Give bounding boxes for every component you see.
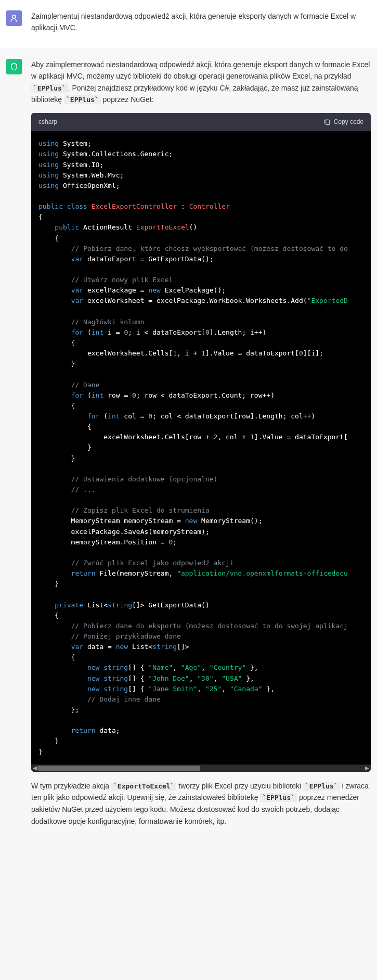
copy-code-button[interactable]: Copy code xyxy=(323,117,363,127)
intro-paragraph: Aby zaimplementować niestandardową odpow… xyxy=(31,59,371,106)
inline-code-epplus: `EPPlus` xyxy=(303,782,340,791)
user-avatar-icon xyxy=(6,10,22,26)
code-block: csharp Copy code using System; using Sys… xyxy=(31,113,371,771)
assistant-avatar-icon xyxy=(6,59,22,74)
outro-text-2: tworzy plik Excel przy użyciu biblioteki xyxy=(176,782,303,790)
user-text: Zaimplementuj niestandardową odpowiedź a… xyxy=(31,10,371,34)
user-content: Zaimplementuj niestandardową odpowiedź a… xyxy=(31,10,371,38)
intro-text-1: Aby zaimplementować niestandardową odpow… xyxy=(31,60,370,80)
code-body[interactable]: using System; using System.Collections.G… xyxy=(31,131,371,764)
outro-text-1: W tym przykładzie akcja xyxy=(31,782,111,790)
user-message: Zaimplementuj niestandardową odpowiedź a… xyxy=(0,0,377,48)
svg-rect-1 xyxy=(326,120,329,124)
code-header: csharp Copy code xyxy=(31,113,371,131)
intro-text-3: poprzez NuGet: xyxy=(101,95,154,104)
scroll-right-arrow-icon[interactable]: ▶ xyxy=(363,765,371,772)
inline-code-export: `ExportToExcel` xyxy=(111,782,176,791)
assistant-message: Aby zaimplementować niestandardową odpow… xyxy=(0,48,377,842)
assistant-content: Aby zaimplementować niestandardową odpow… xyxy=(31,59,371,831)
code-content: using System; using System.Collections.G… xyxy=(38,138,363,757)
outro-paragraph: W tym przykładzie akcja `ExportToExcel` … xyxy=(31,780,371,827)
inline-code-epplus: `EPPlus` xyxy=(260,793,297,802)
scrollbar-thumb[interactable] xyxy=(37,766,200,771)
code-language-label: csharp xyxy=(38,117,57,127)
horizontal-scrollbar[interactable]: ◀ ▶ xyxy=(31,765,371,772)
inline-code-epplus: `EPPlus` xyxy=(64,95,101,104)
copy-label: Copy code xyxy=(334,117,363,127)
inline-code-epplus: `EPPlus` xyxy=(31,84,68,93)
svg-point-0 xyxy=(12,15,16,18)
clipboard-icon xyxy=(323,119,331,126)
